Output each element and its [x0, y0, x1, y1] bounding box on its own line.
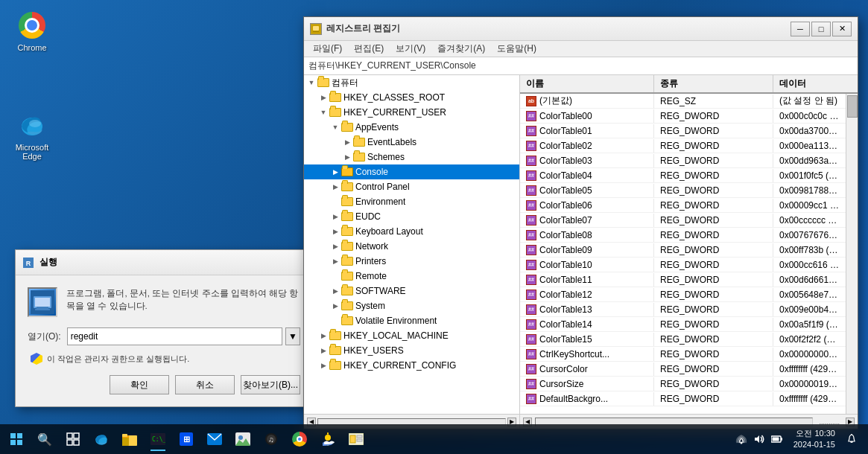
- run-input-field[interactable]: [67, 327, 282, 345]
- search-button[interactable]: 🔍: [31, 426, 58, 453]
- table-row[interactable]: ##ColorTable13REG_DWORD0x009e00b4 (10354…: [520, 302, 858, 317]
- value-type: REG_DWORD: [654, 273, 773, 287]
- minimize-button[interactable]: ─: [791, 22, 810, 36]
- value-data: 0x00f2f2f2 (15921906): [773, 333, 846, 346]
- table-row[interactable]: ##DefaultBackgro...REG_DWORD0xffffffff (…: [520, 391, 858, 406]
- table-row[interactable]: ##CtrlKeyShortcut...REG_DWORD0x00000000 …: [520, 347, 858, 362]
- value-type: REG_DWORD: [654, 139, 773, 153]
- taskbar-regedit[interactable]: [343, 426, 370, 453]
- tree-eventlabels-folder-icon: [353, 138, 365, 147]
- menu-favorites[interactable]: 즐겨찾기(A): [431, 41, 491, 57]
- task-view-button[interactable]: [60, 426, 86, 453]
- menu-file[interactable]: 파일(F): [307, 41, 348, 57]
- table-row[interactable]: ##ColorTable08REG_DWORD0x00767676 (77635…: [520, 228, 858, 243]
- start-button[interactable]: [3, 426, 30, 453]
- reg-value-icon: ##: [526, 260, 536, 270]
- clock[interactable]: 오전 10:30 2024-01-15: [788, 428, 841, 451]
- taskbar-edge[interactable]: [88, 426, 115, 453]
- scrollbar-thumb[interactable]: [847, 95, 858, 118]
- tree-remote-label: Remote: [355, 271, 387, 281]
- reg-value-icon: ##: [526, 379, 536, 389]
- tree-item-software[interactable]: ▶ SOFTWARE: [304, 284, 519, 298]
- run-browse-button[interactable]: 찾아보기(B)...: [241, 375, 300, 394]
- value-name: ColorTable04: [539, 170, 592, 181]
- table-row[interactable]: ##ColorTable05REG_DWORD0x00981788 (99674…: [520, 183, 858, 198]
- table-row[interactable]: ##CursorSizeREG_DWORD0x00000019 (25): [520, 377, 858, 391]
- tray-battery-icon[interactable]: [770, 426, 785, 453]
- tree-item-environment[interactable]: Environment: [304, 194, 519, 209]
- table-row[interactable]: ##ColorTable02REG_DWORD0x000ea113 (95873…: [520, 138, 858, 153]
- svg-rect-8: [35, 309, 50, 310]
- table-row[interactable]: ##ColorTable11REG_DWORD0x00d6d661 (14079…: [520, 272, 858, 287]
- close-button[interactable]: ✕: [832, 22, 852, 36]
- tree-item-hku[interactable]: ▶ HKEY_USERS: [304, 343, 519, 358]
- maximize-button[interactable]: □: [811, 22, 831, 36]
- tree-schemes-label: Schemes: [367, 152, 405, 162]
- notification-icon[interactable]: [844, 426, 859, 453]
- tree-item-hkcu[interactable]: ▼ HKEY_CURRENT_USER: [304, 105, 519, 120]
- taskbar-explorer[interactable]: [116, 426, 143, 453]
- menu-edit[interactable]: 편집(E): [348, 41, 390, 57]
- taskbar-store[interactable]: ⊞: [173, 426, 200, 453]
- tree-panel[interactable]: ▼ 컴퓨터 ▶ HKEY_CLASSES_ROOT ▼ HKEY_CURRENT…: [304, 75, 520, 414]
- run-dropdown-button[interactable]: ▼: [285, 327, 300, 345]
- tree-item-hkcc[interactable]: ▶ HKEY_CURRENT_CONFIG: [304, 358, 519, 373]
- tree-item-eudc[interactable]: ▶ EUDC: [304, 209, 519, 224]
- table-row[interactable]: ##ColorTable09REG_DWORD0x00ff783b (16742…: [520, 243, 858, 258]
- tree-item-network[interactable]: ▶ Network: [304, 239, 519, 254]
- tray-volume-icon[interactable]: [752, 426, 767, 453]
- tree-item-console[interactable]: ▶ Console: [304, 164, 519, 179]
- table-row[interactable]: ##ColorTable06REG_DWORD0x00009cc1 (40129…: [520, 198, 858, 213]
- tree-item-printers[interactable]: ▶ Printers: [304, 254, 519, 269]
- table-row[interactable]: ##ColorTable03REG_DWORD0x00dd963a (14521…: [520, 153, 858, 168]
- tree-item-hklm[interactable]: ▶ HKEY_LOCAL_MACHINE: [304, 328, 519, 343]
- tree-root[interactable]: ▼ 컴퓨터: [304, 75, 519, 90]
- table-row[interactable]: ##ColorTable01REG_DWORD0x00da3700 (14300…: [520, 124, 858, 138]
- table-row[interactable]: ##ColorTable15REG_DWORD0x00f2f2f2 (15921…: [520, 332, 858, 347]
- table-row[interactable]: ##ColorTable00REG_DWORD0x000c0c0c (78951…: [520, 109, 858, 124]
- tree-item-remote[interactable]: Remote: [304, 269, 519, 284]
- tree-item-appevents[interactable]: ▼ AppEvents: [304, 120, 519, 135]
- run-dialog-titlebar: R 실행: [16, 250, 312, 275]
- run-confirm-button[interactable]: 확인: [110, 375, 169, 394]
- run-cancel-button[interactable]: 취소: [175, 375, 235, 394]
- tree-item-volatile[interactable]: Volatile Environment: [304, 313, 519, 328]
- tray-network-icon[interactable]: [734, 426, 749, 453]
- table-row[interactable]: ab(기본값)REG_SZ(값 설정 안 됨): [520, 94, 858, 109]
- tree-item-eventlabels[interactable]: ▶ EventLabels: [304, 135, 519, 150]
- chrome-icon-desktop[interactable]: Chrome: [6, 7, 58, 55]
- run-open-label: 열기(O):: [28, 330, 61, 343]
- tree-item-schemes[interactable]: ▶ Schemes: [304, 150, 519, 164]
- values-panel: 이름 종류 데이터 ab(기본값)REG_SZ(값 설정 안 됨)##Color…: [520, 75, 858, 414]
- chrome-icon-img: [17, 10, 47, 40]
- chrome-label: Chrome: [17, 43, 46, 52]
- table-row[interactable]: ##ColorTable07REG_DWORD0x00cccccc (13421…: [520, 213, 858, 228]
- tree-controlpanel-toggle: ▶: [329, 181, 341, 193]
- tree-item-controlpanel[interactable]: ▶ Control Panel: [304, 179, 519, 194]
- value-type: REG_DWORD: [654, 199, 773, 212]
- menu-help[interactable]: 도움말(H): [491, 41, 542, 57]
- value-type: REG_DWORD: [654, 228, 773, 242]
- table-row[interactable]: ##ColorTable10REG_DWORD0x000cc616 (83714…: [520, 258, 858, 272]
- table-row[interactable]: ##CursorColorREG_DWORD0xffffffff (429496…: [520, 362, 858, 377]
- tree-eudc-label: EUDC: [355, 211, 381, 222]
- table-row[interactable]: ##ColorTable12REG_DWORD0x005648e7 (56547…: [520, 287, 858, 302]
- taskbar-photos[interactable]: [229, 426, 256, 453]
- taskbar-extra1[interactable]: ♫: [258, 426, 285, 453]
- tree-item-keyboard[interactable]: ▶ Keyboard Layout: [304, 224, 519, 239]
- table-row[interactable]: ##ColorTable04REG_DWORD0x001f0fc5 (20356…: [520, 168, 858, 183]
- svg-rect-20: [122, 434, 127, 437]
- taskbar-weather[interactable]: [314, 426, 341, 453]
- tree-item-system[interactable]: ▶ System: [304, 298, 519, 313]
- table-row[interactable]: ##ColorTable14REG_DWORD0x00a5f1f9 (10875…: [520, 317, 858, 332]
- tree-item-hkcr[interactable]: ▶ HKEY_CLASSES_ROOT: [304, 90, 519, 105]
- taskbar-chrome[interactable]: [286, 426, 313, 453]
- menu-view[interactable]: 보기(V): [390, 41, 431, 57]
- svg-point-1: [29, 120, 41, 127]
- edge-icon-desktop[interactable]: MicrosoftEdge: [6, 107, 58, 164]
- taskbar-cmd[interactable]: C:\_: [145, 426, 171, 453]
- tree-root-folder-icon: [317, 78, 329, 87]
- taskbar-mail[interactable]: [201, 426, 228, 453]
- values-scrollbar[interactable]: [846, 94, 858, 414]
- value-type: REG_DWORD: [654, 288, 773, 301]
